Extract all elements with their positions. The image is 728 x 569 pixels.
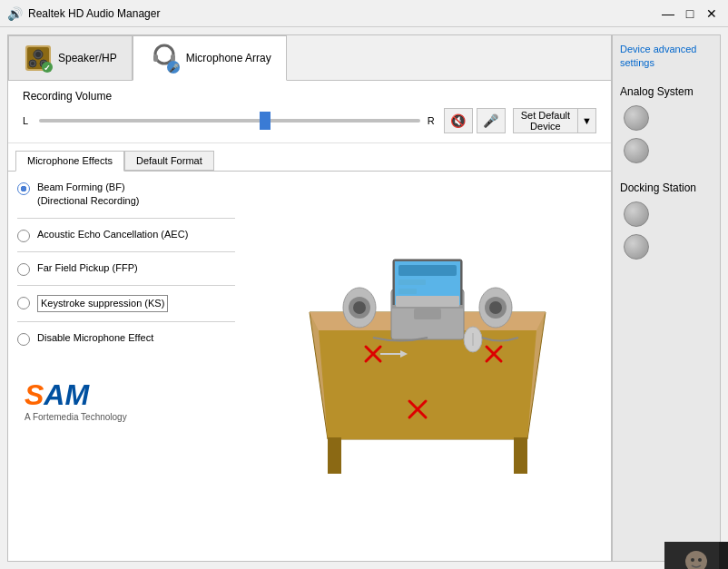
ffp-label: Far Field Pickup (FFP) <box>37 261 138 275</box>
app-icon: 🔊 <box>7 6 23 21</box>
fortemedia-tagline: A Fortemedia Technology <box>25 412 228 422</box>
desk-illustration <box>291 240 564 494</box>
analog-indicator-1[interactable] <box>624 105 649 131</box>
sam-logo-area: SAM A Fortemedia Technology <box>17 371 235 429</box>
close-button[interactable]: ✕ <box>703 5 721 23</box>
docking-station-title: Docking Station <box>620 181 713 194</box>
content-panel: ✓ Speaker/HP 🎤 Microphone Array <box>7 34 612 562</box>
effect-aec: Acoustic Echo Cancellation (AEC) <box>17 228 235 242</box>
disable-radio[interactable] <box>17 333 30 346</box>
svg-rect-24 <box>398 280 426 285</box>
beam-radio[interactable] <box>17 182 30 195</box>
aec-label: Acoustic Echo Cancellation (AEC) <box>37 228 188 241</box>
svg-point-10 <box>155 45 173 64</box>
aec-radio[interactable] <box>17 230 30 242</box>
sub-tabs: Microphone Effects Default Format <box>8 143 611 172</box>
analog-system-title: Analog System <box>620 85 713 98</box>
mic-button[interactable]: 🎤 <box>477 108 506 133</box>
effects-tab[interactable]: Microphone Effects <box>15 151 124 172</box>
sam-text: SAM <box>25 378 89 411</box>
svg-point-51 <box>698 558 702 562</box>
speaker-mute-icon: 🔇 <box>450 113 466 128</box>
divider-4 <box>17 321 235 322</box>
svg-rect-23 <box>398 265 457 276</box>
title-bar-title: Realtek HD Audio Manager <box>28 7 160 20</box>
mute-button[interactable]: 🔇 <box>444 108 473 133</box>
disable-label: Disable Microphone Effect <box>37 331 153 345</box>
volume-slider[interactable] <box>39 112 420 130</box>
right-channel-label: R <box>428 115 437 126</box>
person-thumbnail: S <box>664 542 728 569</box>
maximize-button[interactable]: □ <box>681 5 699 23</box>
ks-radio[interactable] <box>17 297 30 309</box>
svg-rect-28 <box>414 309 441 319</box>
analog-indicators <box>624 105 713 163</box>
svg-rect-27 <box>396 296 459 307</box>
svg-rect-12 <box>171 54 175 62</box>
docking-indicators <box>624 201 713 260</box>
svg-text:✓: ✓ <box>44 64 51 73</box>
recording-label: Recording Volume <box>23 90 596 103</box>
svg-rect-52 <box>719 542 728 569</box>
mic-icon: 🎤 <box>483 113 498 128</box>
divider-1 <box>17 218 235 219</box>
divider-2 <box>17 251 235 252</box>
ks-label: Keystroke suppression (KS) <box>37 295 168 312</box>
effects-panel: Beam Forming (BF) (Directional Recording… <box>8 172 611 561</box>
analog-system-section: Analog System <box>620 85 713 163</box>
sam-am: AM <box>44 378 89 411</box>
effect-disable: Disable Microphone Effect <box>17 331 235 346</box>
svg-point-3 <box>35 52 41 57</box>
speaker-icon: ✓ <box>24 44 53 73</box>
set-default-arrow-icon: ▼ <box>578 109 595 132</box>
title-bar: 🔊 Realtek HD Audio Manager — □ ✕ <box>0 0 728 27</box>
illustration-area <box>244 172 611 561</box>
sam-logo: SAM <box>25 378 228 412</box>
microphone-tab[interactable]: 🎤 Microphone Array <box>133 35 287 81</box>
sam-s: S <box>25 378 44 411</box>
analog-indicator-2[interactable] <box>624 138 649 163</box>
device-tabs: ✓ Speaker/HP 🎤 Microphone Array <box>8 35 611 81</box>
thumbnail-area: S <box>664 542 728 569</box>
svg-rect-11 <box>153 54 158 62</box>
effect-ffp: Far Field Pickup (FFP) <box>17 261 235 276</box>
device-advanced-link[interactable]: Device advanced settings <box>620 43 713 71</box>
ffp-radio[interactable] <box>17 263 30 276</box>
svg-point-34 <box>489 301 502 314</box>
svg-rect-25 <box>398 289 417 294</box>
microphone-tab-label: Microphone Array <box>186 52 271 64</box>
svg-point-50 <box>691 558 694 562</box>
effect-ks: Keystroke suppression (KS) <box>17 295 235 312</box>
volume-row: L R 🔇 🎤 Set Default Device <box>23 108 596 133</box>
effect-beam: Beam Forming (BF) (Directional Recording… <box>17 181 235 209</box>
volume-buttons: 🔇 🎤 <box>444 108 506 133</box>
set-default-label: Set Default Device <box>514 109 578 132</box>
format-tab-label: Default Format <box>136 155 202 166</box>
minimize-button[interactable]: — <box>659 5 677 23</box>
divider-3 <box>17 285 235 286</box>
set-default-button[interactable]: Set Default Device ▼ <box>513 108 596 133</box>
svg-rect-19 <box>514 437 527 474</box>
main-container: ✓ Speaker/HP 🎤 Microphone Array <box>0 27 728 569</box>
volume-thumb[interactable] <box>260 112 271 130</box>
microphone-icon: 🎤 <box>148 42 181 74</box>
recording-section: Recording Volume L R 🔇 🎤 <box>8 81 611 143</box>
beam-label: Beam Forming (BF) (Directional Recording… <box>37 181 140 209</box>
effects-list: Beam Forming (BF) (Directional Recording… <box>8 172 244 561</box>
svg-rect-18 <box>328 437 341 474</box>
svg-marker-17 <box>319 330 536 439</box>
docking-indicator-1[interactable] <box>624 201 649 227</box>
title-bar-left: 🔊 Realtek HD Audio Manager <box>7 6 160 21</box>
docking-station-section: Docking Station <box>620 171 713 260</box>
svg-text:🎤: 🎤 <box>168 63 179 74</box>
title-bar-controls: — □ ✕ <box>659 5 721 23</box>
svg-point-31 <box>353 301 366 314</box>
right-panel: Device advanced settings Analog System D… <box>612 34 721 562</box>
volume-track <box>39 119 420 123</box>
effects-tab-label: Microphone Effects <box>27 155 113 166</box>
speaker-tab[interactable]: ✓ Speaker/HP <box>8 35 133 80</box>
speaker-tab-label: Speaker/HP <box>58 52 117 64</box>
docking-indicator-2[interactable] <box>624 234 649 260</box>
svg-point-5 <box>31 62 34 65</box>
format-tab[interactable]: Default Format <box>124 151 214 171</box>
